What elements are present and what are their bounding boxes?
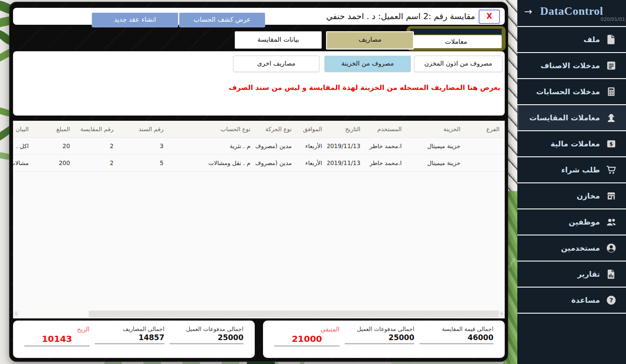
stat-label: اجمالى قيمة المقايسة: [420, 326, 493, 332]
items-list-icon: [605, 60, 617, 72]
col-movement-type[interactable]: نوع الحركة: [256, 121, 297, 138]
cell-voucher-number: 5: [119, 155, 169, 172]
stat-value: 46000: [420, 332, 493, 342]
sidebar-item-label: مدخلات الحسابات: [536, 87, 600, 96]
sidebar-item-financial-transactions[interactable]: $ معاملات مالية: [517, 131, 626, 156]
close-button[interactable]: X: [479, 10, 500, 24]
tab-estimate-data[interactable]: بيانات المقايسة: [235, 31, 322, 49]
sidebar-item-reports[interactable]: تقارير: [517, 261, 626, 287]
expenses-table: الفرع الخزينة المستخدم التاريخ الموافق ن…: [13, 121, 505, 172]
tab-expenses[interactable]: مصاريف: [326, 31, 414, 50]
cell-weekday: الأربعاء: [297, 155, 327, 172]
sidebar-item-accounts-entries[interactable]: مدخلات الحسابات: [517, 79, 626, 104]
cell-movement-type: مدين (مصروف): [256, 138, 297, 155]
stat-underline: [345, 344, 414, 344]
file-icon: [605, 33, 617, 46]
expenses-panel: مصروف من اذون المخزن مصروف من الخزينة مص…: [13, 51, 505, 116]
stat-underline: [274, 346, 340, 346]
collapse-arrow-icon[interactable]: →: [524, 6, 532, 17]
subtab-other-expenses[interactable]: مصاريف اخرى: [233, 56, 320, 72]
scrollbar-track[interactable]: [19, 311, 499, 318]
horizontal-scrollbar: ‹ ›: [13, 311, 505, 318]
stat-remaining: المتبقى 21000: [274, 326, 340, 346]
dollar-icon: $: [605, 138, 617, 150]
subtab-treasury-expense[interactable]: مصروف من الخزينة: [324, 56, 411, 72]
sidebar-item-help[interactable]: ? مساعدة: [517, 288, 626, 313]
stat-label: اجمالى مدفوعات العميل: [170, 326, 243, 332]
help-icon: ?: [605, 294, 617, 306]
col-date[interactable]: التاريخ: [327, 121, 366, 138]
cell-voucher-number: 3: [119, 138, 169, 155]
view-account-statement-button[interactable]: عرض كشف الحساب: [179, 13, 265, 27]
estimate-totals-box: اجمالى قيمة المقايسة 46000 اجمالى مدفوعا…: [263, 321, 505, 358]
cell-movement-type: مدين (مصروف): [256, 155, 297, 172]
col-description[interactable]: البيان: [13, 121, 34, 138]
stat-label: الربح: [24, 326, 90, 333]
subtab-store-permits[interactable]: مصروف من اذون المخزن: [414, 56, 503, 72]
sidebar-item-users[interactable]: مستخدمين: [517, 235, 626, 261]
cell-description: مشالات: [13, 155, 34, 172]
sidebar-item-label: موظفين: [569, 218, 600, 226]
scroll-right-arrow[interactable]: ›: [499, 311, 505, 318]
people-icon: [605, 216, 617, 228]
stat-underline: [24, 346, 90, 346]
col-treasury[interactable]: الخزينة: [407, 121, 466, 138]
tab-transactions[interactable]: معاملات: [410, 35, 502, 48]
cell-user: ا.محمد خاطر: [366, 138, 407, 155]
sidebar-item-label: مدخلات الاصناف: [541, 61, 600, 70]
stat-underline: [170, 344, 243, 344]
col-estimate-number[interactable]: رقم المقايسة: [75, 121, 119, 138]
col-user[interactable]: المستخدم: [366, 121, 407, 138]
col-branch[interactable]: الفرع: [466, 121, 505, 138]
profit-totals-box: اجمالى مدفوعات العميل 25000 اجمالى المصا…: [13, 321, 255, 358]
sidebar-item-purchase-request[interactable]: طلب شراء: [517, 157, 626, 182]
sidebar-item-items-entries[interactable]: مدخلات الاصناف: [517, 53, 626, 78]
sidebar-item-employees[interactable]: موظفين: [517, 209, 626, 235]
scrollbar-thumb[interactable]: [19, 311, 89, 318]
sidebar-item-label: معاملات مالية: [551, 139, 600, 148]
cart-icon: [605, 164, 617, 176]
wallpaper-grass: [391, 361, 503, 364]
scroll-left-arrow[interactable]: ‹: [13, 311, 19, 318]
cell-account-type: م . نثرية: [169, 138, 256, 155]
cell-date: 2019/11/13: [327, 155, 366, 172]
stat-profit: الربح 10143: [24, 326, 90, 346]
page-title: مقايسة رقم :2 اسم العميل: د . احمد حنفي: [326, 8, 475, 25]
svg-text:$: $: [609, 141, 613, 147]
col-voucher-number[interactable]: رقم السند: [119, 121, 169, 138]
sidebar-item-estimates-transactions[interactable]: معاملات المقايسات: [517, 105, 626, 130]
stat-client-payments: اجمالى مدفوعات العميل 25000: [170, 326, 243, 344]
table-row[interactable]: خزينة ميميتال ا.محمد خاطر 2019/11/13 الأ…: [13, 155, 505, 172]
sidebar-item-label: طلب شراء: [561, 165, 600, 174]
table-header-row: الفرع الخزينة المستخدم التاريخ الموافق ن…: [13, 121, 505, 138]
sidebar-item-label: معاملات المقايسات: [529, 113, 600, 122]
sidebar-header: → DataControl 020/01/01: [517, 0, 626, 26]
stat-total-estimate-value: اجمالى قيمة المقايسة 46000: [420, 326, 493, 344]
sidebar-item-label: مستخدمين: [561, 244, 600, 252]
sidebar-filler: [517, 314, 626, 364]
stat-underline: [420, 344, 493, 344]
col-weekday[interactable]: الموافق: [297, 121, 327, 138]
cell-estimate-number: 2: [75, 155, 119, 172]
user-circle-icon: [605, 242, 617, 254]
store-icon: [605, 190, 617, 202]
cell-estimate-number: 2: [75, 138, 119, 155]
stat-underline: [95, 344, 164, 344]
cell-weekday: الأربعاء: [297, 138, 327, 155]
stat-value: 25000: [345, 332, 414, 342]
sidebar-item-label: مساعدة: [571, 296, 600, 304]
cell-date: 2019/11/13: [327, 138, 366, 155]
cell-branch: [466, 138, 505, 155]
col-amount[interactable]: المبلغ: [34, 121, 75, 138]
cell-amount: 20: [34, 138, 75, 155]
col-account-type[interactable]: نوع الحساب: [169, 121, 256, 138]
table-row[interactable]: خزينة ميميتال ا.محمد خاطر 2019/11/13 الأ…: [13, 138, 505, 155]
sidebar-item-warehouses[interactable]: مخازن: [517, 183, 626, 208]
create-new-contract-button[interactable]: انشاء عقد جديد: [92, 13, 178, 27]
sidebar-item-file[interactable]: ملف: [517, 27, 626, 52]
report-icon: [605, 268, 617, 280]
stat-value: 10143: [24, 333, 90, 344]
stat-value: 14857: [95, 332, 164, 342]
cell-branch: [466, 155, 505, 172]
cell-account-type: م . نقل ومشالات: [169, 155, 256, 172]
